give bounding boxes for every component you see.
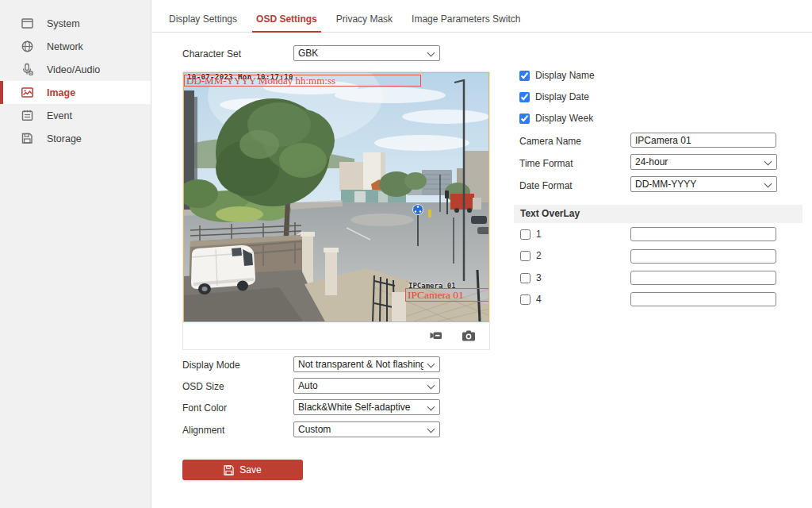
save-button-label: Save — [239, 464, 261, 475]
osd-camera-name-overlay-text: IPCamera 01 — [408, 289, 464, 302]
date-format-select-wrap: DD-MM-YYYY — [630, 176, 777, 192]
text-overlay-3-label: 3 — [536, 272, 542, 283]
display-name-checkbox[interactable] — [519, 71, 530, 81]
text-overlay-4-checkbox[interactable] — [520, 294, 530, 305]
sidebar: System Network Video/Audio Image Event — [0, 0, 151, 508]
display-mode-label: Display Mode — [182, 360, 240, 371]
alignment-label: Alignment — [182, 425, 224, 436]
text-overlay-row-1-checkbox-row: 1 — [520, 229, 542, 240]
date-format-select[interactable]: DD-MM-YYYY — [630, 176, 777, 192]
character-set-label: Character Set — [182, 48, 241, 60]
event-icon — [21, 109, 34, 122]
alignment-select[interactable]: Custom — [293, 421, 440, 437]
snapshot-icon[interactable] — [462, 329, 476, 342]
text-overlay-1-label: 1 — [536, 229, 542, 240]
text-overlay-3-input[interactable] — [630, 271, 776, 285]
osd-size-select[interactable]: Auto — [293, 378, 440, 394]
character-set-select-wrap: GBK — [293, 45, 440, 61]
date-format-label: Date Format — [519, 180, 573, 191]
storage-icon — [21, 132, 34, 145]
character-set-select[interactable]: GBK — [293, 45, 440, 61]
display-week-checkbox-row: Display Week — [519, 113, 593, 124]
display-name-label: Display Name — [535, 70, 595, 81]
camera-settings-page: System Network Video/Audio Image Event — [0, 0, 812, 508]
sidebar-item-label: Image — [47, 87, 75, 98]
font-color-label: Font Color — [182, 402, 227, 414]
text-overlay-row-4-checkbox-row: 4 — [520, 294, 542, 305]
text-overlay-1-checkbox[interactable] — [520, 229, 530, 240]
display-mode-select[interactable]: Not transparent & Not flashing — [293, 356, 440, 372]
text-overlay-2-input[interactable] — [630, 249, 776, 264]
osd-size-label: OSD Size — [182, 381, 224, 392]
sidebar-item-label: System — [47, 18, 80, 29]
font-color-select[interactable]: Black&White Self-adaptive — [293, 399, 440, 415]
sidebar-item-label: Storage — [47, 133, 82, 144]
text-overlay-row-2-checkbox-row: 2 — [520, 250, 542, 261]
osd-datetime-overlay-box[interactable]: DD-MM-YYYY Monday hh:mm:ss — [184, 75, 421, 87]
text-overlay-2-checkbox[interactable] — [520, 251, 530, 261]
time-format-select-wrap: 24-hour — [630, 154, 777, 170]
display-date-checkbox-row: Display Date — [519, 91, 589, 102]
image-icon — [21, 86, 34, 99]
sidebar-item-image[interactable]: Image — [0, 81, 151, 104]
osd-camera-name-overlay-box[interactable]: IPCamera 01 — [405, 288, 489, 302]
sidebar-item-network[interactable]: Network — [0, 35, 151, 58]
font-color-select-wrap: Black&White Self-adaptive — [293, 399, 440, 415]
sidebar-item-system[interactable]: System — [0, 12, 151, 35]
osd-size-select-wrap: Auto — [293, 378, 440, 394]
preview-toolbar — [183, 321, 489, 349]
tab-image-parameters-switch[interactable]: Image Parameters Switch — [404, 13, 528, 32]
text-overlay-4-label: 4 — [536, 294, 542, 305]
display-mode-select-wrap: Not transparent & Not flashing — [293, 356, 440, 372]
alignment-select-wrap: Custom — [293, 421, 440, 437]
time-format-label: Time Format — [519, 158, 573, 169]
sidebar-item-video-audio[interactable]: Video/Audio — [0, 58, 151, 81]
display-week-label: Display Week — [535, 113, 593, 124]
osd-datetime-overlay-text: DD-MM-YYYY Monday hh:mm:ss — [186, 75, 335, 87]
tab-bar: Display Settings OSD Settings Privacy Ma… — [152, 0, 812, 33]
live-video-preview: 10-07-2023 Mon 10:17:10 DD-MM-YYYY Monda… — [183, 72, 489, 322]
camera-name-label: Camera Name — [519, 136, 581, 147]
text-overlay-3-checkbox[interactable] — [520, 273, 530, 283]
sidebar-item-storage[interactable]: Storage — [0, 127, 151, 150]
sidebar-item-label: Network — [47, 41, 83, 52]
video-audio-icon — [21, 63, 34, 76]
sidebar-item-event[interactable]: Event — [0, 104, 151, 127]
text-overlay-1-input[interactable] — [630, 227, 776, 241]
save-icon — [224, 465, 234, 475]
display-name-checkbox-row: Display Name — [519, 70, 595, 81]
tab-display-settings[interactable]: Display Settings — [161, 13, 245, 32]
sidebar-item-label: Event — [47, 110, 72, 121]
display-week-checkbox[interactable] — [519, 114, 530, 124]
system-icon — [21, 17, 34, 30]
text-overlay-2-label: 2 — [536, 250, 542, 261]
save-button[interactable]: Save — [182, 460, 303, 480]
video-preview-panel: 10-07-2023 Mon 10:17:10 DD-MM-YYYY Monda… — [182, 71, 490, 350]
camera-name-input[interactable] — [630, 133, 776, 148]
record-icon[interactable] — [430, 329, 444, 342]
display-date-checkbox[interactable] — [519, 92, 530, 102]
text-overlay-row-3-checkbox-row: 3 — [520, 272, 542, 283]
display-date-label: Display Date — [535, 91, 589, 102]
sidebar-item-label: Video/Audio — [47, 64, 100, 75]
text-overlay-section-title: Text OverLay — [514, 205, 802, 223]
text-overlay-4-input[interactable] — [630, 292, 776, 306]
tab-osd-settings[interactable]: OSD Settings — [248, 13, 325, 32]
time-format-select[interactable]: 24-hour — [630, 154, 777, 170]
network-icon — [21, 40, 34, 53]
tab-privacy-mask[interactable]: Privacy Mask — [328, 13, 400, 32]
